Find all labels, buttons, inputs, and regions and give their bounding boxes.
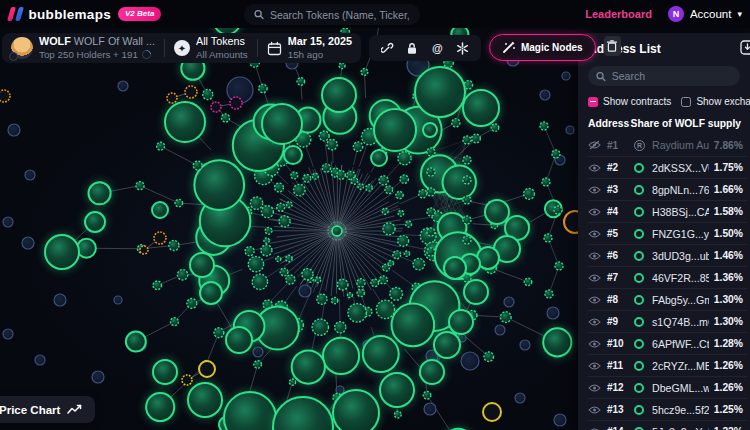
address-row[interactable]: #9 s1Q74B...mGQ2 1.30% bbox=[588, 310, 747, 332]
token-info[interactable]: WOLF WOLF Of Wall ... Top 250 Holders + … bbox=[2, 33, 164, 63]
toggle-visibility-button[interactable] bbox=[588, 405, 602, 415]
toggle-visibility-button[interactable] bbox=[588, 427, 602, 430]
map-tools-panel: @ bbox=[369, 35, 481, 61]
holder-address[interactable]: 2dKSSX...VUjq bbox=[652, 162, 709, 174]
toggle-visibility-button[interactable] bbox=[588, 185, 602, 195]
show-exchanges-label: Show exchanges bbox=[696, 96, 750, 107]
address-row[interactable]: #7 46VF2R...85vz 1.36% bbox=[588, 266, 747, 288]
toggle-visibility-button[interactable] bbox=[588, 317, 602, 327]
address-row[interactable]: #6 3dUD3g...ubzo 1.46% bbox=[588, 244, 747, 266]
address-row[interactable]: #4 H38BSj...CACY 1.58% bbox=[588, 200, 747, 222]
checkbox-unchecked-icon bbox=[681, 97, 691, 107]
holder-rank: #7 bbox=[607, 272, 629, 283]
address-row[interactable]: #1 R Raydium Authority V4 7.86% bbox=[588, 134, 747, 156]
wallet-ring-icon bbox=[634, 427, 647, 430]
holder-address[interactable]: 5hcz9e...5f2f bbox=[652, 404, 709, 416]
search-icon bbox=[596, 71, 606, 82]
holder-address[interactable]: DbeGML...wHpB bbox=[652, 382, 709, 394]
raydium-icon: R bbox=[634, 140, 647, 151]
token-search-input[interactable] bbox=[270, 9, 410, 21]
cluster-button[interactable] bbox=[455, 42, 470, 55]
toggle-visibility-button[interactable] bbox=[588, 207, 602, 217]
leaderboard-link[interactable]: Leaderboard bbox=[585, 8, 652, 20]
address-row[interactable]: #3 8gpNLn...76N7 1.66% bbox=[588, 178, 747, 200]
selected-date: Mar 15, 2025 bbox=[288, 35, 352, 48]
calendar-icon bbox=[267, 41, 282, 56]
toggle-visibility-button[interactable] bbox=[588, 251, 602, 261]
wallet-ring-icon bbox=[634, 361, 647, 371]
toggle-visibility-button[interactable] bbox=[588, 339, 602, 349]
holder-address[interactable]: 6APfWF...CtiK bbox=[652, 338, 709, 350]
toggle-visibility-button[interactable] bbox=[588, 361, 602, 371]
toggle-visibility-button[interactable] bbox=[588, 383, 602, 393]
delete-button[interactable] bbox=[604, 36, 621, 56]
wallet-ring-icon bbox=[634, 295, 647, 305]
magic-nodes-label: Magic Nodes bbox=[521, 42, 583, 53]
address-row[interactable]: #11 2cRYZr...MBuh 1.26% bbox=[588, 354, 747, 376]
show-contracts-label: Show contracts bbox=[603, 96, 671, 107]
toggle-visibility-button[interactable] bbox=[588, 273, 602, 283]
lock-button[interactable] bbox=[405, 42, 420, 55]
holder-share: 1.26% bbox=[714, 382, 743, 393]
toggle-visibility-button[interactable] bbox=[588, 229, 602, 239]
holder-address[interactable]: 8gpNLn...76N7 bbox=[652, 184, 709, 196]
address-row[interactable]: #2 2dKSSX...VUjq 1.75% bbox=[588, 156, 747, 178]
holder-address[interactable]: 3dUD3g...ubzo bbox=[652, 250, 709, 262]
address-search-input[interactable] bbox=[612, 70, 732, 82]
date-selector[interactable]: Mar 15, 2025 15h ago bbox=[258, 33, 361, 63]
wallet-ring-icon bbox=[634, 317, 647, 327]
toggle-visibility-button[interactable] bbox=[588, 163, 602, 173]
holder-share: 1.30% bbox=[714, 294, 743, 305]
holder-address[interactable]: 46VF2R...85vz bbox=[652, 272, 709, 284]
bubblemaps-logo[interactable]: bubblemaps V2 Beta bbox=[0, 7, 161, 22]
holder-rank: #6 bbox=[607, 250, 629, 261]
share-link-button[interactable] bbox=[380, 42, 395, 55]
holder-address[interactable]: FAbg5y...Gmw3 bbox=[652, 294, 709, 306]
holder-address[interactable]: Raydium Authority V4 bbox=[652, 139, 709, 151]
token-name: WOLF Of Wall ... bbox=[74, 35, 155, 47]
toggle-visibility-button[interactable] bbox=[588, 140, 602, 150]
address-row[interactable]: #8 FAbg5y...Gmw3 1.30% bbox=[588, 288, 747, 310]
holder-rank: #5 bbox=[607, 228, 629, 239]
holder-share: 1.66% bbox=[714, 184, 743, 195]
magic-nodes-button[interactable]: Magic Nodes bbox=[489, 34, 596, 61]
version-badge: V2 Beta bbox=[118, 7, 161, 21]
account-menu[interactable]: N Account ▾ bbox=[668, 6, 742, 22]
price-chart-button[interactable]: Price Chart bbox=[0, 396, 95, 423]
logo-text: bubblemaps bbox=[29, 7, 112, 22]
holder-share: 1.28% bbox=[714, 338, 743, 349]
holders-info: Top 250 Holders + 191 bbox=[39, 49, 138, 61]
address-row[interactable]: #12 DbeGML...wHpB 1.26% bbox=[588, 376, 747, 398]
address-list-panel: Address List Show contracts bbox=[578, 33, 750, 430]
holder-share: 1.36% bbox=[714, 272, 743, 283]
account-label: Account bbox=[690, 8, 732, 20]
token-search[interactable] bbox=[244, 4, 420, 25]
holder-rank: #2 bbox=[607, 162, 629, 173]
holder-rank: #12 bbox=[607, 382, 629, 393]
address-row[interactable]: #13 5hcz9e...5f2f 1.25% bbox=[588, 398, 747, 420]
eye-icon bbox=[588, 361, 601, 371]
show-contracts-checkbox[interactable]: Show contracts bbox=[588, 96, 671, 107]
address-lookup-button[interactable]: @ bbox=[430, 42, 445, 54]
holder-share: 1.75% bbox=[714, 162, 743, 173]
holder-rank: #3 bbox=[607, 184, 629, 195]
address-row[interactable]: #10 6APfWF...CtiK 1.28% bbox=[588, 332, 747, 354]
eye-icon bbox=[588, 207, 601, 217]
holder-address[interactable]: s1Q74B...mGQ2 bbox=[652, 316, 709, 328]
address-search[interactable] bbox=[588, 66, 740, 86]
export-button[interactable] bbox=[740, 40, 750, 59]
top-bar: bubblemaps V2 Beta Leaderboard N Account… bbox=[0, 0, 750, 28]
holder-address[interactable]: H38BSj...CACY bbox=[652, 206, 709, 218]
toggle-visibility-button[interactable] bbox=[588, 295, 602, 305]
address-row[interactable]: #5 FNZG1G...yEPu 1.50% bbox=[588, 222, 747, 244]
wallet-ring-icon bbox=[634, 185, 647, 195]
address-row[interactable]: #14 5Jo3g2...YxDP 1.22% bbox=[588, 420, 747, 430]
holder-address[interactable]: 5Jo3g2...YxDP bbox=[652, 426, 709, 430]
holder-address[interactable]: 2cRYZr...MBuh bbox=[652, 360, 709, 372]
eye-icon bbox=[588, 229, 601, 239]
show-exchanges-checkbox[interactable]: Show exchanges bbox=[681, 96, 750, 107]
holder-share: 7.86% bbox=[714, 140, 743, 151]
holder-address[interactable]: FNZG1G...yEPu bbox=[652, 228, 709, 240]
tokens-filter[interactable]: ✦ All Tokens All Amounts bbox=[165, 33, 257, 63]
eye-icon bbox=[588, 163, 601, 173]
